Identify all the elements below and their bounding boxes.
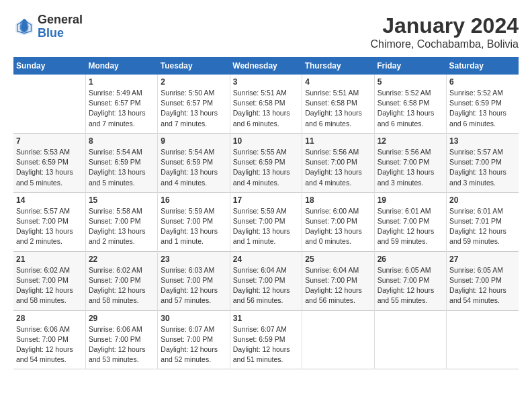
calendar-cell: 21Sunrise: 6:02 AM Sunset: 7:00 PM Dayli… [13,251,85,310]
day-info: Sunrise: 5:51 AM Sunset: 6:58 PM Dayligh… [305,88,371,129]
day-info: Sunrise: 5:51 AM Sunset: 6:58 PM Dayligh… [233,88,299,129]
calendar-week-row: 1Sunrise: 5:49 AM Sunset: 6:57 PM Daylig… [13,75,519,133]
calendar-table: SundayMondayTuesdayWednesdayThursdayFrid… [13,57,519,369]
calendar-cell: 20Sunrise: 6:01 AM Sunset: 7:01 PM Dayli… [447,192,519,251]
calendar-cell: 2Sunrise: 5:50 AM Sunset: 6:57 PM Daylig… [158,75,230,133]
day-number: 7 [16,136,83,146]
calendar-cell: 16Sunrise: 5:59 AM Sunset: 7:00 PM Dayli… [158,192,230,251]
day-info: Sunrise: 5:52 AM Sunset: 6:59 PM Dayligh… [449,88,516,129]
day-number: 16 [161,195,226,205]
day-info: Sunrise: 5:50 AM Sunset: 6:57 PM Dayligh… [161,88,226,129]
day-number: 14 [16,195,83,205]
day-number: 9 [161,136,226,146]
day-number: 30 [161,314,226,323]
day-number: 8 [89,136,154,146]
day-info: Sunrise: 6:01 AM Sunset: 7:01 PM Dayligh… [449,206,516,247]
day-info: Sunrise: 6:06 AM Sunset: 7:00 PM Dayligh… [89,324,154,365]
day-info: Sunrise: 5:58 AM Sunset: 7:00 PM Dayligh… [89,206,154,247]
calendar-cell: 6Sunrise: 5:52 AM Sunset: 6:59 PM Daylig… [447,75,519,133]
header-thursday: Thursday [302,57,374,75]
calendar-cell: 31Sunrise: 6:07 AM Sunset: 6:59 PM Dayli… [230,310,302,369]
title-block: January 2024 Chimore, Cochabamba, Bolivi… [370,13,519,50]
day-number: 24 [233,255,299,264]
calendar-cell: 4Sunrise: 5:51 AM Sunset: 6:58 PM Daylig… [302,75,374,133]
calendar-cell: 1Sunrise: 5:49 AM Sunset: 6:57 PM Daylig… [85,75,157,133]
calendar-cell: 7Sunrise: 5:53 AM Sunset: 6:59 PM Daylig… [13,133,85,192]
day-info: Sunrise: 6:01 AM Sunset: 7:00 PM Dayligh… [378,206,443,247]
day-info: Sunrise: 5:57 AM Sunset: 7:00 PM Dayligh… [16,206,83,247]
day-info: Sunrise: 5:54 AM Sunset: 6:59 PM Dayligh… [89,147,154,188]
logo-icon [13,16,35,38]
day-number: 6 [449,77,516,87]
calendar-cell: 11Sunrise: 5:56 AM Sunset: 7:00 PM Dayli… [302,133,374,192]
calendar-cell: 15Sunrise: 5:58 AM Sunset: 7:00 PM Dayli… [85,192,157,251]
day-info: Sunrise: 6:07 AM Sunset: 7:00 PM Dayligh… [161,324,226,365]
calendar-cell: 25Sunrise: 6:04 AM Sunset: 7:00 PM Dayli… [302,251,374,310]
header-sunday: Sunday [13,57,85,75]
day-number: 4 [305,77,371,87]
day-number: 1 [89,77,154,87]
calendar-cell: 9Sunrise: 5:54 AM Sunset: 6:59 PM Daylig… [158,133,230,192]
calendar-cell: 22Sunrise: 6:02 AM Sunset: 7:00 PM Dayli… [85,251,157,310]
day-number: 21 [16,255,83,264]
page-title: January 2024 [370,13,519,38]
day-number: 27 [449,255,516,264]
day-number: 18 [305,195,371,205]
calendar-cell: 17Sunrise: 5:59 AM Sunset: 7:00 PM Dayli… [230,192,302,251]
day-info: Sunrise: 5:56 AM Sunset: 7:00 PM Dayligh… [305,147,371,188]
calendar-cell: 26Sunrise: 6:05 AM Sunset: 7:00 PM Dayli… [374,251,446,310]
day-number: 23 [161,255,226,264]
day-info: Sunrise: 6:02 AM Sunset: 7:00 PM Dayligh… [16,265,83,306]
day-info: Sunrise: 5:49 AM Sunset: 6:57 PM Dayligh… [89,88,154,129]
calendar-cell [374,310,446,369]
header-monday: Monday [85,57,157,75]
day-info: Sunrise: 5:59 AM Sunset: 7:00 PM Dayligh… [233,206,299,247]
day-info: Sunrise: 6:00 AM Sunset: 7:00 PM Dayligh… [305,206,371,247]
day-number: 25 [305,255,371,264]
day-info: Sunrise: 5:55 AM Sunset: 6:59 PM Dayligh… [233,147,299,188]
logo-general: General [38,13,83,26]
calendar-cell: 30Sunrise: 6:07 AM Sunset: 7:00 PM Dayli… [158,310,230,369]
calendar-header-row: SundayMondayTuesdayWednesdayThursdayFrid… [13,57,519,75]
calendar-cell: 10Sunrise: 5:55 AM Sunset: 6:59 PM Dayli… [230,133,302,192]
logo-blue: Blue [38,26,64,40]
calendar-cell: 8Sunrise: 5:54 AM Sunset: 6:59 PM Daylig… [85,133,157,192]
day-number: 28 [16,314,83,323]
calendar-cell [302,310,374,369]
calendar-cell [13,75,85,133]
day-info: Sunrise: 6:07 AM Sunset: 6:59 PM Dayligh… [233,324,299,365]
day-number: 12 [378,136,443,146]
header-saturday: Saturday [447,57,519,75]
day-number: 20 [449,195,516,205]
day-number: 10 [233,136,299,146]
day-number: 22 [89,255,154,264]
calendar-cell: 12Sunrise: 5:56 AM Sunset: 7:00 PM Dayli… [374,133,446,192]
day-number: 19 [378,195,443,205]
day-info: Sunrise: 6:05 AM Sunset: 7:00 PM Dayligh… [449,265,516,306]
calendar-week-row: 21Sunrise: 6:02 AM Sunset: 7:00 PM Dayli… [13,251,519,310]
calendar-cell: 3Sunrise: 5:51 AM Sunset: 6:58 PM Daylig… [230,75,302,133]
day-number: 5 [378,77,443,87]
day-info: Sunrise: 6:04 AM Sunset: 7:00 PM Dayligh… [305,265,371,306]
page-header: General Blue January 2024 Chimore, Cocha… [13,13,519,50]
calendar-cell: 18Sunrise: 6:00 AM Sunset: 7:00 PM Dayli… [302,192,374,251]
header-friday: Friday [374,57,446,75]
day-number: 11 [305,136,371,146]
calendar-cell: 27Sunrise: 6:05 AM Sunset: 7:00 PM Dayli… [447,251,519,310]
day-number: 29 [89,314,154,323]
day-info: Sunrise: 5:57 AM Sunset: 7:00 PM Dayligh… [449,147,516,188]
calendar-week-row: 7Sunrise: 5:53 AM Sunset: 6:59 PM Daylig… [13,133,519,192]
logo-text: General Blue [38,13,83,40]
day-number: 3 [233,77,299,87]
header-wednesday: Wednesday [230,57,302,75]
day-info: Sunrise: 5:54 AM Sunset: 6:59 PM Dayligh… [161,147,226,188]
day-info: Sunrise: 5:56 AM Sunset: 7:00 PM Dayligh… [378,147,443,188]
day-info: Sunrise: 6:03 AM Sunset: 7:00 PM Dayligh… [161,265,226,306]
calendar-cell: 28Sunrise: 6:06 AM Sunset: 7:00 PM Dayli… [13,310,85,369]
day-number: 31 [233,314,299,323]
calendar-cell: 23Sunrise: 6:03 AM Sunset: 7:00 PM Dayli… [158,251,230,310]
calendar-week-row: 28Sunrise: 6:06 AM Sunset: 7:00 PM Dayli… [13,310,519,369]
day-info: Sunrise: 6:02 AM Sunset: 7:00 PM Dayligh… [89,265,154,306]
day-number: 2 [161,77,226,87]
day-number: 15 [89,195,154,205]
